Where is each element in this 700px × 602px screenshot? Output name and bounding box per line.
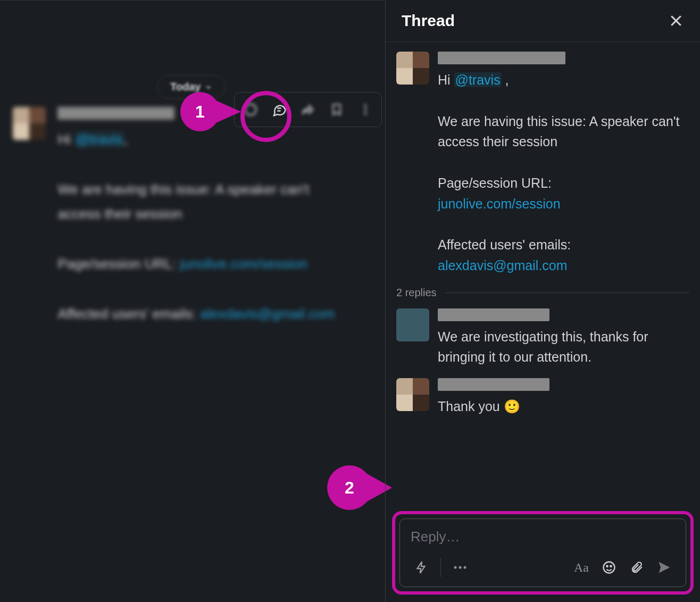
chevron-down-icon [205,83,212,91]
thread-original-message[interactable]: Hi @travis , We are having this issue: A… [396,52,689,276]
text: Hi [57,131,74,147]
text: Page/session URL: [438,175,552,190]
svg-point-3 [364,104,366,106]
message-text: We are investigating this, thanks for br… [438,327,689,368]
date-divider[interactable]: Today [157,75,226,99]
more-options-button[interactable] [448,556,472,579]
thread-reply[interactable]: We are investigating this, thanks for br… [396,308,689,368]
attach-button[interactable] [625,556,648,579]
author-name-redacted [438,378,549,391]
text: We are having this issue: A speaker can'… [438,114,680,149]
spacer [476,556,565,579]
channel-pane: Today [0,0,385,602]
avatar [396,308,429,341]
channel-topbar [0,1,385,43]
email-link[interactable]: alexdavis@gmail.com [200,306,335,322]
svg-point-11 [604,562,615,573]
replies-count: 2 replies [396,287,437,299]
thread-title: Thread [402,12,455,30]
author-name-redacted [438,308,549,321]
svg-point-10 [464,566,466,569]
author-name-redacted [438,52,565,64]
reply-input[interactable]: Reply… [400,519,686,550]
text: Thank you [438,399,504,414]
svg-point-9 [459,566,462,569]
toolbar-divider [440,558,441,577]
reply-composer[interactable]: Reply… Aa [399,519,686,587]
text: Affected users' emails: [57,306,200,322]
text: Hi [438,72,454,87]
session-url-link[interactable]: junolive.com/session [438,196,561,211]
email-link[interactable]: alexdavis@gmail.com [438,258,568,273]
replies-separator: 2 replies [396,287,689,299]
mention[interactable]: @travis [74,131,124,147]
avatar [13,107,46,140]
message-text: Hi @travis, We are having this issue: A … [57,127,355,326]
svg-point-8 [454,566,457,569]
reply-box-highlight: Reply… Aa [392,511,694,595]
avatar [396,378,429,411]
reply-placeholder: Reply… [411,529,460,545]
text: Affected users' emails: [438,237,571,252]
thread-body: Hi @travis , We are having this issue: A… [386,42,700,511]
thread-pane: Thread Hi @travis , We are having this i… [385,0,700,602]
message-body: Hi @travis, We are having this issue: A … [57,107,355,326]
shortcuts-button[interactable] [410,556,433,579]
message-text: Hi @travis , We are having this issue: A… [438,70,689,276]
text: , [502,72,509,87]
annotation-2: 2 [329,467,392,508]
session-url-link[interactable]: junolive.com/session [180,256,307,272]
avatar [396,52,429,85]
date-label: Today [170,81,201,93]
smile-emoji: 🙂 [504,399,520,414]
composer-toolbar: Aa [400,550,686,587]
svg-point-12 [606,566,607,567]
author-name-redacted [57,107,174,120]
app-root: Today [0,0,700,602]
annotation-number: 2 [329,467,370,508]
emoji-button[interactable] [597,556,621,579]
text: , [124,131,128,147]
message-text: Thank you 🙂 [438,396,689,417]
thread-reply[interactable]: Thank you 🙂 [396,378,689,417]
text: Page/session URL: [57,256,180,272]
mention[interactable]: @travis [454,72,502,87]
formatting-button[interactable]: Aa [570,556,593,579]
svg-point-13 [610,566,611,567]
send-button[interactable] [653,556,676,579]
text: We are having this issue: A speaker can'… [57,181,309,222]
channel-message[interactable]: Hi @travis, We are having this issue: A … [13,107,369,326]
close-thread-button[interactable] [668,13,684,29]
thread-header: Thread [386,0,700,42]
separator-line [445,292,689,293]
